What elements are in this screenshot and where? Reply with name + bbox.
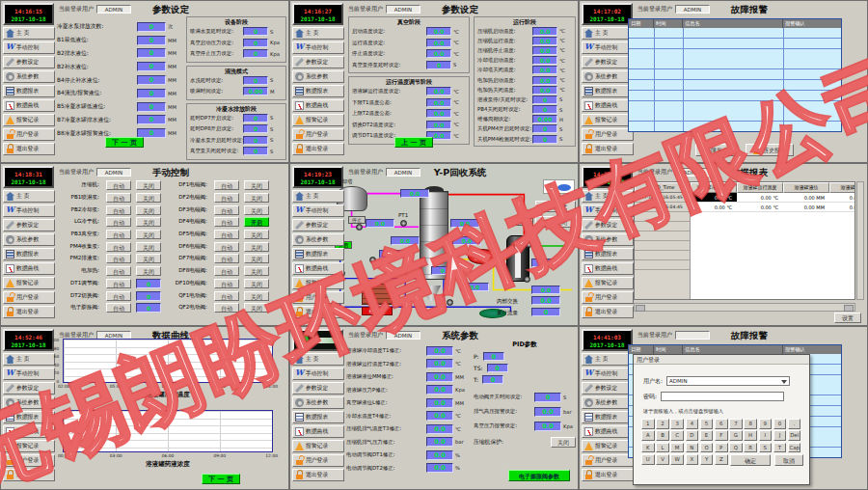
key-button[interactable]: N	[686, 443, 699, 453]
sidebar-item[interactable]: 数据曲线	[292, 262, 344, 275]
param-value-field[interactable]: 0.0	[532, 27, 557, 36]
sidebar-item[interactable]: 系统参数	[292, 233, 344, 246]
sidebar-item[interactable]: 报警记录	[582, 440, 634, 452]
auto-mode-button[interactable]: 自动	[214, 242, 239, 252]
sidebar-item[interactable]: 报警记录	[292, 277, 344, 289]
key-button[interactable]: U	[641, 454, 655, 465]
sidebar-item[interactable]: 主 页	[582, 27, 634, 40]
state-button[interactable]: 关闭	[244, 254, 269, 263]
param-value-field[interactable]: 0.0	[532, 46, 557, 55]
key-button[interactable]: Y	[700, 454, 714, 465]
param-value-field[interactable]: 0	[532, 135, 557, 144]
param-value-field[interactable]: 0	[137, 115, 166, 124]
param-value-field[interactable]: 0.0	[426, 398, 453, 408]
sidebar-item[interactable]: 手动控制	[582, 204, 634, 217]
pid-value-field[interactable]: 0	[487, 364, 508, 372]
sidebar-item[interactable]: 用户登录	[582, 291, 634, 304]
sidebar-item[interactable]: 系统参数	[582, 233, 634, 246]
state-button[interactable]: 关闭	[136, 217, 161, 227]
sidebar-item[interactable]: 数据报表	[582, 85, 634, 97]
sidebar-item[interactable]: 数据曲线	[3, 262, 55, 275]
sidebar-item[interactable]: 主 页	[292, 190, 344, 203]
sidebar-item[interactable]: 数据报表	[292, 248, 344, 260]
sidebar-item[interactable]: 系统参数	[582, 70, 634, 83]
sidebar-item[interactable]: 主 页	[292, 353, 344, 366]
auto-mode-button[interactable]: 自动	[106, 266, 131, 276]
sidebar-item[interactable]: 退出登录	[582, 469, 634, 481]
auto-mode-button[interactable]: 自动	[106, 230, 131, 239]
sidebar-item[interactable]: 数据报表	[582, 248, 634, 260]
auto-mode-button[interactable]: 自动	[214, 193, 239, 203]
sidebar-item[interactable]: 手动控制	[582, 368, 634, 380]
sidebar-item[interactable]: 数据报表	[292, 411, 344, 423]
param-value-field[interactable]: 0.0	[426, 437, 453, 447]
table-row[interactable]: 2017-10-18 16:04:45 0.00 ℃0.00 ℃0.00 MM0…	[635, 203, 854, 212]
sidebar-item[interactable]: 系统参数	[3, 396, 55, 409]
key-button[interactable]: G	[729, 430, 743, 441]
pid-value-field[interactable]: 0	[482, 375, 503, 384]
protect-toggle-button[interactable]: 关闭	[551, 437, 576, 448]
param-value-field[interactable]: 0.0	[426, 49, 451, 58]
sidebar-item[interactable]: 参数设定	[3, 219, 55, 231]
key-button[interactable]: H	[744, 430, 757, 441]
param-value-field[interactable]: 0.0	[426, 450, 453, 460]
sidebar-item[interactable]: 用户登录	[3, 454, 55, 467]
sidebar-item[interactable]: 退出登录	[292, 469, 344, 481]
auto-mode-button[interactable]: 自动	[106, 180, 131, 190]
key-button[interactable]: 4	[686, 419, 699, 429]
key-button[interactable]: C	[670, 430, 684, 441]
key-button[interactable]: M	[670, 443, 684, 453]
param-value-field[interactable]: 0	[243, 27, 268, 36]
key-button[interactable]: S	[759, 443, 773, 453]
auto-mode-button[interactable]: 自动	[214, 303, 239, 313]
param-value-field[interactable]: 0	[243, 136, 268, 145]
key-button[interactable]: .	[788, 419, 801, 429]
param-value-field[interactable]: 0.0	[426, 463, 453, 473]
sidebar-item[interactable]: 手动控制	[292, 41, 344, 54]
sidebar-item[interactable]: 报警记录	[3, 440, 55, 452]
next-page-button[interactable]: 下 一 页	[202, 474, 240, 484]
auto-mode-button[interactable]: 自动	[106, 205, 131, 215]
param-value-field[interactable]: 0.00	[532, 115, 557, 123]
sidebar-item[interactable]: 用户登录	[292, 291, 344, 304]
key-button[interactable]: K	[641, 443, 655, 453]
sidebar-item[interactable]: 主 页	[292, 27, 344, 40]
auto-mode-button[interactable]: 自动	[214, 217, 239, 227]
param-value-field[interactable]: 0	[137, 89, 166, 98]
sidebar-item[interactable]: 报警记录	[582, 114, 634, 126]
sidebar-item[interactable]: 数据报表	[3, 411, 55, 423]
sidebar-item[interactable]: 参数设定	[582, 56, 634, 68]
cancel-button[interactable]: 取消	[774, 454, 803, 466]
key-button[interactable]: T	[773, 443, 787, 453]
alarm-table-body[interactable]	[629, 28, 841, 131]
sidebar-item[interactable]: 手动控制	[292, 368, 344, 380]
param-value-field[interactable]: 0.0	[532, 86, 557, 95]
auto-mode-button[interactable]: 自动	[106, 254, 131, 263]
table-row[interactable]: 2017-10-18 16:05:45 0.00 ℃0.00 ℃0.00 MM0…	[635, 193, 854, 203]
state-button[interactable]: 关闭	[244, 242, 269, 252]
sidebar-item[interactable]: 数据报表	[582, 411, 634, 423]
param-value-field[interactable]: 0.0	[534, 407, 561, 417]
sidebar-item[interactable]: 数据曲线	[292, 99, 344, 112]
sidebar-item[interactable]: 主 页	[3, 353, 55, 366]
param-value-field[interactable]: 0	[137, 48, 166, 58]
sidebar-item[interactable]: 退出登录	[3, 469, 55, 481]
key-button[interactable]: O	[700, 443, 714, 453]
param-value-field[interactable]: 0	[534, 393, 561, 402]
sidebar-item[interactable]: 数据曲线	[292, 425, 344, 438]
sidebar-item[interactable]: 用户登录	[292, 128, 344, 141]
key-button[interactable]: Z	[715, 454, 728, 465]
sidebar-item[interactable]: 退出登录	[3, 143, 55, 155]
param-value-field[interactable]: 0	[243, 76, 268, 85]
key-button[interactable]: 2	[656, 419, 669, 429]
auto-mode-button[interactable]: 自动	[214, 230, 239, 239]
param-value-field[interactable]: 0	[243, 147, 268, 155]
ok-button[interactable]: 确定	[730, 454, 771, 466]
state-button[interactable]: 关闭	[136, 205, 161, 215]
auto-mode-button[interactable]: 自动	[106, 279, 131, 288]
param-value-field[interactable]: 0.0	[426, 411, 453, 421]
sidebar-item[interactable]: 数据曲线	[582, 99, 634, 112]
param-value-field[interactable]: 0.0	[426, 98, 451, 107]
history-alarm-button[interactable]: 历史报警	[746, 144, 794, 156]
sidebar-item[interactable]: 参数设定	[582, 382, 634, 395]
